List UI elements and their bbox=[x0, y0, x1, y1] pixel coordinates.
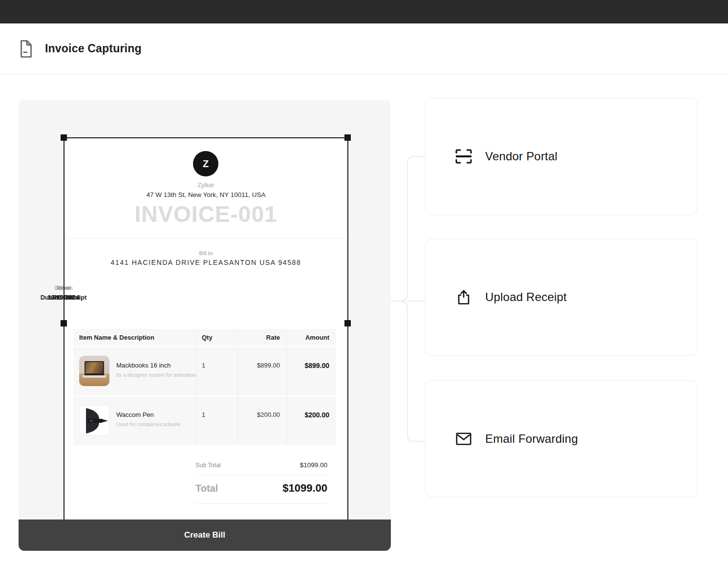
upload-icon bbox=[455, 288, 472, 306]
item-rate: $200.00 bbox=[237, 396, 287, 445]
item-description: Used for companies artwork. bbox=[116, 421, 182, 427]
invoice-number: INVOICE-001 bbox=[64, 201, 348, 227]
invoice-header-divider bbox=[66, 238, 346, 238]
item-amount: $200.00 bbox=[287, 396, 336, 445]
col-header-qty: Qty bbox=[196, 334, 237, 341]
crop-handle-top-right[interactable] bbox=[344, 134, 351, 141]
item-thumbnail-macbook bbox=[79, 356, 109, 386]
subtotal-row: Sub Total $1099.00 bbox=[195, 461, 327, 469]
scan-frame-icon bbox=[455, 148, 472, 165]
table-row: Waccom Pen Used for companies artwork. 1… bbox=[73, 396, 336, 445]
item-qty: 1 bbox=[196, 396, 237, 445]
company-address: 47 W 13th St, New York, NY 10011, USA bbox=[64, 191, 348, 198]
card-vendor-portal[interactable]: Vendor Portal bbox=[425, 98, 698, 215]
bill-to-label: Bill to bbox=[64, 250, 348, 256]
method-label: Email Forwarding bbox=[485, 432, 578, 446]
page-header: Invoice Capturing bbox=[0, 23, 728, 74]
bill-to-address: 4141 HACIENDA DRIVE PLEASANTON USA 94588 bbox=[64, 259, 348, 266]
col-header-item: Item Name & Description bbox=[73, 334, 196, 341]
item-description: Its a designer system for animation bbox=[116, 372, 196, 378]
method-label: Vendor Portal bbox=[485, 150, 557, 163]
subtotal-value: $1099.00 bbox=[300, 461, 327, 469]
col-header-rate: Rate bbox=[237, 334, 287, 341]
item-amount: $899.00 bbox=[287, 347, 336, 395]
card-email-forwarding[interactable]: Email Forwarding bbox=[425, 380, 698, 498]
connector-lines bbox=[390, 151, 427, 446]
company-logo-avatar: Z bbox=[193, 151, 218, 176]
invoice-document-icon bbox=[19, 40, 33, 58]
item-rate: $899.00 bbox=[237, 347, 287, 395]
item-name: Waccom Pen bbox=[116, 411, 182, 418]
item-qty: 1 bbox=[196, 347, 237, 395]
top-bar bbox=[0, 0, 728, 23]
crop-handle-mid-left[interactable] bbox=[61, 320, 67, 326]
col-header-amount: Amount bbox=[287, 334, 336, 341]
page-title: Invoice Capturing bbox=[45, 42, 142, 55]
create-bill-button[interactable]: Create Bill bbox=[19, 520, 391, 551]
table-header-row: Item Name & Description Qty Rate Amount bbox=[73, 329, 336, 346]
item-thumbnail-pen bbox=[79, 405, 109, 435]
subtotal-label: Sub Total bbox=[195, 462, 221, 469]
envelope-icon bbox=[455, 430, 472, 448]
total-value: $1099.00 bbox=[282, 482, 327, 495]
method-label: Upload Receipt bbox=[485, 290, 567, 304]
invoice-document: Z Zylker 47 W 13th St, New York, NY 1001… bbox=[64, 137, 348, 520]
crop-frame-top-line bbox=[64, 137, 348, 138]
totals-divider bbox=[195, 475, 327, 476]
totals-bottom-divider bbox=[195, 503, 327, 504]
crop-handle-mid-right[interactable] bbox=[344, 320, 351, 326]
crop-frame-left-line[interactable] bbox=[64, 137, 64, 520]
crop-frame-right-line[interactable] bbox=[347, 137, 348, 520]
crop-handle-top-left[interactable] bbox=[61, 134, 67, 141]
table-row: Mackbooks 16 inch Its a designer system … bbox=[73, 347, 336, 395]
total-label: Total bbox=[195, 483, 218, 494]
card-upload-receipt[interactable]: Upload Receipt bbox=[425, 238, 698, 356]
company-name: Zylker bbox=[64, 182, 348, 189]
items-table: Item Name & Description Qty Rate Amount … bbox=[73, 329, 336, 446]
item-name: Mackbooks 16 inch bbox=[116, 362, 196, 369]
total-row: Total $1099.00 bbox=[195, 482, 327, 495]
